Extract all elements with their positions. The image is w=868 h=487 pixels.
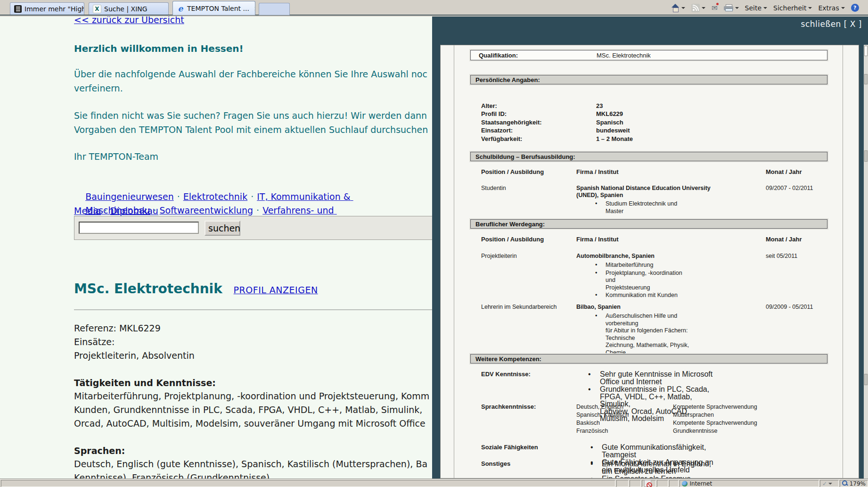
zoom-level-value: 179% (850, 480, 866, 487)
new-tab-stub[interactable] (259, 3, 290, 15)
education-section-header: Schulbildung – Berufsausbildung: (470, 152, 827, 161)
col-position-ausbildung: Position / Ausbildung (481, 236, 544, 243)
chevron-down-icon (702, 7, 705, 9)
position-value: Lehrerin im Sekundarbereich (481, 304, 557, 310)
link-separator: · (153, 205, 156, 215)
tab-label: TEMPTON Talent ... (187, 5, 249, 12)
qualifikation-value: MSc. Elektrotechnik (597, 52, 651, 59)
language-level: Muttersprachen (673, 411, 714, 419)
cv-content: Qualifikation: MSc. Elektrotechnik Persö… (470, 45, 828, 479)
sprachkenntnisse-label: Sprachkenntnisse: (481, 403, 536, 410)
bullet-text: Projektplanung, -koordination und Projek… (606, 270, 692, 292)
status-cell (630, 480, 641, 487)
chevron-down-icon (841, 7, 845, 9)
language: Deutsch, Englisch (576, 404, 623, 410)
home-button[interactable] (669, 3, 687, 13)
bullet-icon: • (595, 200, 597, 208)
chevron-down-icon (735, 7, 739, 9)
personal-row: Verfügbarkeit: 1 – 2 Monate (481, 135, 522, 143)
career-section-header: Beruflicher Werdegang: (470, 219, 827, 229)
verfuegbarkeit-value: 1 – 2 Monate (596, 135, 633, 143)
sprachkenntnisse-grid: Deutsch, EnglischKompetente Sprachverwen… (576, 403, 629, 435)
sicherheit-menu[interactable]: Sicherheit (772, 3, 813, 13)
verfuegbarkeit-label: Verfügbarkeit: (481, 135, 522, 142)
staatsangehoerigkeit-value: Spanisch (596, 118, 623, 127)
tab-xing[interactable]: X Suche | XING (89, 2, 169, 15)
tab-close-icon[interactable]: × (254, 5, 255, 12)
language: Baskisch (576, 420, 600, 426)
competencies-section-header: Weitere Kompetenzen: (470, 354, 827, 363)
search-input[interactable] (79, 222, 199, 234)
extras-label: Extras (818, 4, 839, 12)
einsaetze-value: Projektleiterin, Absolventin (74, 348, 195, 363)
search-panel: suchen (74, 216, 432, 240)
search-hint-paragraph: Sie finden nicht was Sie suchen? Fragen … (74, 108, 428, 137)
zoom-magnifier-icon (842, 480, 848, 487)
staatsangehoerigkeit-label: Staatsangehörigkeit: (481, 119, 542, 126)
link-maschinenbau[interactable]: Maschinenbau (85, 205, 150, 215)
career-bullets: •Mitarbeiterführung •Projektplanung, -ko… (470, 262, 692, 300)
popup-blocker-cell[interactable] (642, 480, 656, 487)
personal-section-header: Persönliche Angaben: (470, 75, 827, 84)
chevron-down-icon (681, 7, 685, 9)
firma-value: Automobilbranche, Spanien (576, 253, 732, 260)
language-level: Kompetente Sprachverwendung (673, 403, 757, 411)
search-button[interactable]: suchen (205, 221, 240, 236)
profile-result-heading: MSc. Elektrotechnik PROFIL ANZEIGEN (74, 282, 318, 297)
scrollbar-up-button[interactable] (864, 46, 868, 56)
mail-icon: ✉ (712, 4, 718, 12)
help-button[interactable]: ? (850, 3, 860, 13)
home-icon (671, 4, 680, 12)
bullet-icon: • (588, 371, 591, 378)
bullet-text: Sehr gute Kenntnisse in Microsoft Office… (600, 371, 715, 385)
read-mail-button[interactable]: ✉ (710, 3, 719, 13)
page-right-margin-line (843, 45, 843, 478)
alter-label: Alter: (481, 102, 497, 109)
tab-highperformer[interactable]: Immer mehr "HighP... (10, 2, 84, 15)
status-cell (669, 480, 679, 487)
language: Spanisch, Kastilisch (576, 412, 629, 418)
scrollbar-segment (864, 374, 868, 385)
bullet-text: Kommunikation mit Kunden (606, 292, 692, 299)
scrollbar-thumb[interactable] (864, 74, 868, 84)
personal-row: Staatsangehörigkeit: Spanisch (481, 118, 542, 127)
ie-icon: e (177, 5, 184, 12)
personal-row: Alter: 23 (481, 102, 497, 110)
extras-menu[interactable]: Extras (817, 3, 846, 13)
firma-value: Spanish National Distance Education Univ… (576, 185, 732, 199)
personal-row: Profil ID: MKL6229 (481, 110, 507, 118)
internet-globe-icon (682, 481, 688, 487)
profil-anzeigen-link[interactable]: PROFIL ANZEIGEN (234, 285, 318, 295)
personal-row: Einsatzort: bundesweit (481, 126, 513, 135)
col-firma-institut: Firma / Institut (576, 236, 619, 243)
page-left-margin-line (454, 45, 454, 478)
tab-tempton-active[interactable]: e TEMPTON Talent ... × (172, 1, 255, 15)
overlay-close-button[interactable]: schließen [ X ] (801, 19, 862, 29)
col-position-ausbildung: Position / Ausbildung (481, 168, 544, 175)
help-icon: ? (851, 4, 859, 12)
protected-mode-cell[interactable]: ✓ (820, 480, 839, 487)
position-value: Studentin (481, 185, 506, 191)
chevron-down-icon (763, 7, 767, 9)
alter-value: 23 (596, 102, 603, 110)
seite-menu[interactable]: Seite (744, 3, 769, 13)
zone-label: Internet (690, 480, 712, 487)
back-to-overview-link[interactable]: << zurück zur Übersicht (74, 17, 184, 27)
bullet-text: Ein Monat Aufenthalt in England, um Engl… (602, 460, 715, 475)
overlay-scrollbar[interactable] (864, 45, 868, 479)
status-cell (657, 480, 668, 487)
bullet-icon: • (595, 270, 597, 277)
language-level: Kompetente Sprachverwendung (673, 419, 757, 427)
print-button[interactable] (722, 3, 740, 12)
bullet-icon: • (588, 386, 591, 393)
link-softwareentwicklung[interactable]: Softwareentwicklung (159, 205, 253, 215)
profil-id-label: Profil ID: (481, 110, 507, 117)
tab-label: Immer mehr "HighP... (25, 5, 84, 13)
col-firma-institut: Firma / Institut (576, 168, 619, 175)
bullet-icon: • (595, 262, 597, 269)
news-site-icon (14, 5, 22, 13)
zoom-level-cell[interactable]: 179% (840, 480, 868, 487)
feeds-button[interactable] (690, 3, 707, 13)
education-bullets: •Studium Elektrotechnik und Master (470, 200, 692, 215)
bullet-text: Ein Semester als Erasmus Studentin in De… (602, 475, 715, 479)
